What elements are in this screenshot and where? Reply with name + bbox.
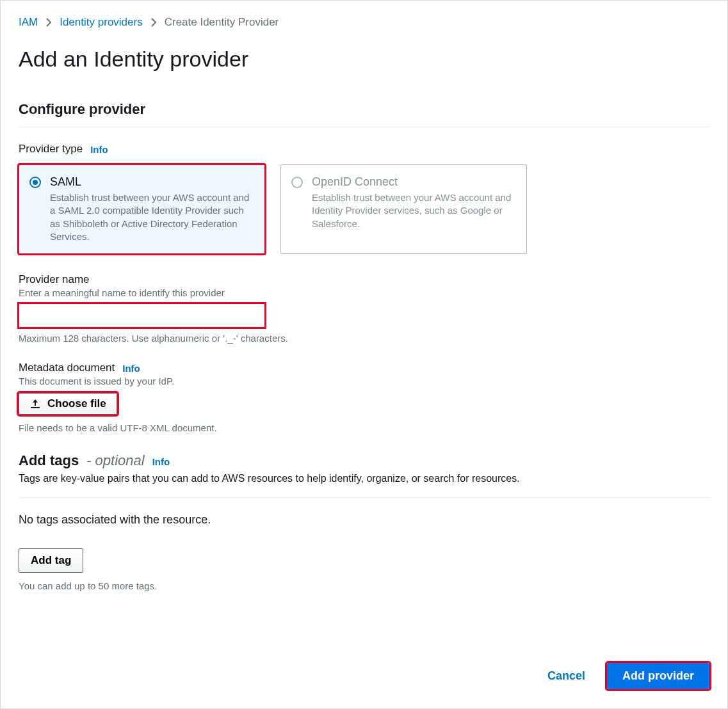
divider: [19, 497, 709, 498]
option-saml-title: SAML: [50, 175, 253, 189]
svg-rect-0: [31, 407, 40, 408]
option-openid-title: OpenID Connect: [312, 175, 515, 189]
choose-file-label: Choose file: [47, 397, 106, 410]
metadata-label: Metadata document: [19, 362, 115, 374]
choose-file-button[interactable]: Choose file: [19, 393, 117, 415]
provider-type-option-saml[interactable]: SAML Establish trust between your AWS ac…: [19, 164, 265, 254]
chevron-right-icon: [150, 18, 157, 27]
tags-limit-text: You can add up to 50 more tags.: [19, 580, 709, 591]
upload-icon: [29, 399, 41, 409]
option-openid-desc: Establish trust between your AWS account…: [312, 191, 515, 230]
metadata-field: Metadata document Info This document is …: [19, 362, 709, 433]
divider: [19, 127, 709, 127]
page-title: Add an Identity provider: [19, 47, 709, 72]
tags-description: Tags are key-value pairs that you can ad…: [19, 473, 709, 484]
metadata-help: This document is issued by your IdP.: [19, 376, 709, 386]
cancel-button[interactable]: Cancel: [547, 669, 585, 683]
chevron-right-icon: [45, 18, 52, 27]
provider-type-options: SAML Establish trust between your AWS ac…: [19, 164, 709, 254]
tags-optional-suffix: - optional: [86, 452, 145, 469]
tags-heading: Add tags: [19, 452, 79, 469]
provider-type-label-row: Provider type Info: [19, 143, 709, 155]
metadata-constraint: File needs to be a valid UTF-8 XML docum…: [19, 422, 709, 433]
provider-name-field: Provider name Enter a meaningful name to…: [19, 273, 709, 344]
tags-info-link[interactable]: Info: [152, 456, 170, 467]
breadcrumb-current: Create Identity Provider: [165, 16, 279, 29]
radio-selected-icon: [29, 177, 41, 188]
metadata-info-link[interactable]: Info: [122, 363, 140, 374]
provider-type-field: Provider type Info SAML Establish trust …: [19, 143, 709, 254]
provider-name-label: Provider name: [19, 273, 709, 286]
breadcrumb-identity-providers[interactable]: Identity providers: [60, 16, 142, 29]
radio-unselected-icon: [291, 177, 303, 188]
provider-name-help: Enter a meaningful name to identify this…: [19, 287, 709, 298]
provider-type-label: Provider type: [19, 143, 83, 155]
tags-heading-row: Add tags - optional Info: [19, 452, 709, 469]
breadcrumb: IAM Identity providers Create Identity P…: [19, 16, 709, 29]
provider-name-constraint: Maximum 128 characters. Use alphanumeric…: [19, 333, 709, 344]
provider-type-info-link[interactable]: Info: [90, 144, 108, 155]
configure-provider-heading: Configure provider: [19, 101, 709, 118]
no-tags-text: No tags associated with the resource.: [19, 513, 709, 527]
page-container: IAM Identity providers Create Identity P…: [0, 0, 728, 709]
option-saml-desc: Establish trust between your AWS account…: [50, 191, 253, 243]
breadcrumb-iam[interactable]: IAM: [19, 16, 38, 29]
add-tag-button[interactable]: Add tag: [19, 548, 83, 573]
provider-type-option-openid[interactable]: OpenID Connect Establish trust between y…: [280, 164, 527, 254]
footer-actions: Cancel Add provider: [547, 663, 709, 689]
metadata-label-row: Metadata document Info: [19, 362, 709, 374]
provider-name-input[interactable]: [19, 303, 265, 328]
add-provider-button[interactable]: Add provider: [607, 663, 709, 689]
